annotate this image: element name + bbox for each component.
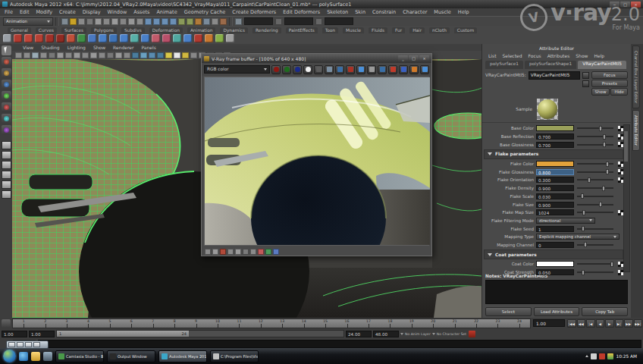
frame-tick[interactable]: 5	[99, 319, 121, 328]
menu-item[interactable]: Skin	[355, 9, 365, 15]
frame-buffer-tool-icon[interactable]	[346, 65, 355, 74]
panel-menu-item[interactable]: Show	[93, 45, 105, 50]
panel-toolbar-icon[interactable]	[82, 52, 89, 58]
tray-expand-icon[interactable]	[585, 355, 588, 357]
camtasia-mini-toolbar[interactable]	[6, 340, 49, 349]
character-set-selector[interactable]: No Character Set	[432, 332, 466, 336]
internet-explorer-icon[interactable]	[19, 352, 28, 361]
flake-filtering-dropdown[interactable]: directional	[536, 218, 595, 224]
show-button[interactable]: Show	[591, 88, 610, 96]
shelf-tab[interactable]: Muscle	[343, 27, 364, 33]
ae-menu-item[interactable]: Show	[576, 53, 588, 58]
texture-map-button[interactable]	[618, 210, 623, 215]
tab-channel-box[interactable]: Channel Box / Layer Editor	[632, 46, 640, 108]
material-sample-sphere[interactable]	[538, 99, 557, 119]
status-icon[interactable]	[128, 18, 135, 25]
frame-buffer-bottom-icon[interactable]	[220, 249, 226, 255]
close-button[interactable]: ×	[631, 2, 641, 8]
shelf-tool-icon[interactable]	[141, 34, 149, 42]
shelf-tab[interactable]: Dynamics	[220, 27, 248, 33]
param-slider[interactable]	[577, 179, 613, 180]
flake-seed-field[interactable]: 1	[536, 226, 574, 232]
shelf-tab[interactable]: Polygons	[91, 27, 117, 33]
panel-toolbar-icon[interactable]	[65, 52, 72, 58]
flake-parameters-section[interactable]: Flake parameters	[484, 149, 623, 159]
frame-buffer-tool-icon[interactable]	[409, 65, 419, 74]
alpha-channel-icon[interactable]	[303, 65, 312, 74]
swatch-toggle-icon[interactable]	[582, 80, 589, 87]
base-glossiness-field[interactable]: 0.700	[536, 142, 574, 148]
shelf-tool-icon[interactable]	[120, 34, 128, 42]
param-slider[interactable]	[577, 163, 613, 165]
frame-buffer-bottom-icon[interactable]	[212, 249, 218, 255]
param-slider[interactable]	[577, 228, 613, 230]
blue-channel-icon[interactable]	[293, 65, 302, 74]
notes-textarea[interactable]	[485, 280, 628, 304]
frame-tick[interactable]: 9	[185, 319, 206, 328]
menu-item[interactable]: Muscle	[434, 9, 451, 15]
coordinate-field-y[interactable]	[284, 17, 313, 25]
shelf-tool-icon[interactable]	[88, 34, 96, 42]
shelf-tool-icon[interactable]	[173, 34, 181, 42]
panel-toolbar-icon[interactable]	[99, 52, 105, 58]
tab-polysurfaceshape1[interactable]: polySurfaceShape1	[525, 61, 576, 69]
texture-map-button[interactable]	[618, 262, 623, 267]
timeline-options-icon[interactable]	[2, 319, 11, 328]
status-icon[interactable]	[203, 18, 210, 25]
param-slider[interactable]	[577, 187, 613, 189]
shelf-tool-icon[interactable]	[130, 34, 139, 42]
frame-buffer-tool-icon[interactable]	[367, 65, 376, 74]
status-icon[interactable]	[178, 18, 185, 25]
maximize-button[interactable]	[25, 342, 32, 347]
status-icon[interactable]	[136, 18, 143, 25]
playback-start-field[interactable]: 1.00	[29, 331, 55, 337]
panel-menu-item[interactable]: View	[23, 45, 33, 50]
frame-tick[interactable]: 3	[56, 319, 77, 328]
playback-button[interactable]: ▶	[605, 319, 614, 328]
status-icon[interactable]	[70, 18, 77, 25]
frame-tick[interactable]: 21	[444, 319, 465, 328]
tab-polysurface1[interactable]: polySurface1	[485, 61, 523, 69]
texture-map-button[interactable]	[618, 126, 623, 131]
status-icon[interactable]	[153, 18, 160, 25]
shelf-tool-icon[interactable]	[109, 34, 118, 42]
status-icon[interactable]	[78, 18, 85, 25]
param-slider[interactable]	[577, 144, 613, 146]
frame-buffer-tool-icon[interactable]	[388, 65, 397, 74]
hypershade-layout-button[interactable]	[2, 180, 11, 189]
grid-snap-icon[interactable]	[235, 18, 242, 25]
swatch-toggle-icon[interactable]	[582, 72, 589, 79]
menu-item[interactable]: Help	[458, 9, 469, 15]
status-icon[interactable]	[95, 18, 102, 25]
texture-map-button[interactable]	[618, 142, 623, 147]
frame-tick[interactable]: 11	[228, 319, 249, 328]
close-button[interactable]	[33, 342, 40, 347]
frame-tick[interactable]: 13	[271, 319, 293, 328]
panel-menu-item[interactable]: Lighting	[67, 45, 86, 50]
frame-buffer-bottom-icon[interactable]	[243, 249, 249, 255]
panel-toolbar-icon[interactable]	[24, 52, 30, 58]
shelf-tool-icon[interactable]	[45, 34, 54, 42]
close-button[interactable]: ×	[419, 55, 429, 61]
frame-tick[interactable]: 6	[121, 319, 142, 328]
texture-map-button[interactable]	[618, 169, 623, 174]
ae-menu-item[interactable]: List	[488, 53, 497, 58]
shelf-tool-icon[interactable]	[194, 34, 202, 42]
explorer-folder-icon[interactable]	[31, 352, 40, 361]
frame-buffer-tool-icon[interactable]	[325, 65, 334, 74]
panel-toolbar-icon[interactable]	[140, 52, 147, 58]
panel-toolbar-icon[interactable]	[115, 52, 122, 58]
panel-menu-item[interactable]: Panels	[141, 45, 155, 50]
menu-item[interactable]: Edit Deformers	[283, 9, 320, 15]
texture-map-button[interactable]	[618, 162, 623, 167]
coat-strength-field[interactable]: 0.050	[536, 269, 574, 275]
texture-map-button[interactable]	[618, 134, 623, 140]
minimize-button[interactable]: ─	[610, 2, 619, 8]
minimize-button[interactable]: _	[398, 55, 408, 61]
panel-menu-item[interactable]: Shading	[41, 45, 59, 50]
param-slider[interactable]	[577, 171, 613, 173]
panel-menu-item[interactable]: Renderer	[113, 45, 133, 50]
mapping-channel-field[interactable]: 0	[536, 242, 574, 248]
shelf-tab[interactable]: nCloth	[429, 27, 450, 33]
taskbar-button-maya[interactable]: Autodesk Maya 2012...	[158, 350, 207, 362]
